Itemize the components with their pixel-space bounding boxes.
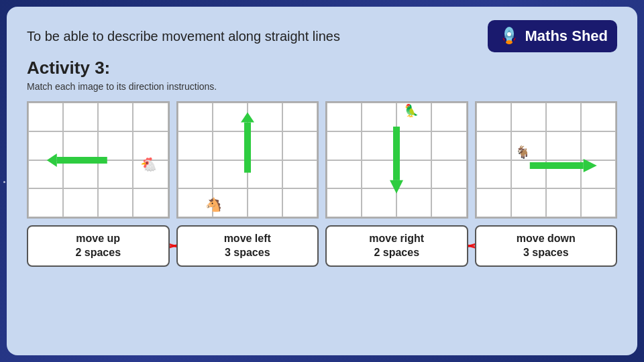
page-title: To be able to describe movement along st… <box>27 29 340 44</box>
cell <box>98 103 133 131</box>
cell <box>98 188 133 217</box>
labels-cross-area: move up 2 spaces move left 3 spaces move… <box>27 225 617 267</box>
svg-marker-5 <box>502 38 504 42</box>
cell <box>248 103 282 131</box>
label-line2: 3 spaces <box>180 246 315 260</box>
cell <box>362 188 396 217</box>
cell <box>476 188 511 217</box>
cell <box>476 103 511 131</box>
grid-3 <box>327 103 467 217</box>
cell <box>133 188 168 217</box>
cell <box>546 103 581 131</box>
cell <box>362 103 396 131</box>
main-card: To be able to describe movement along st… <box>7 7 637 355</box>
cell <box>511 188 546 217</box>
label-line2: 2 spaces <box>31 246 166 260</box>
label-move-up: move up 2 spaces <box>27 225 170 267</box>
label-move-right: move right 2 spaces <box>325 225 468 267</box>
cell <box>396 103 431 131</box>
cell <box>63 188 98 217</box>
cell <box>63 131 98 160</box>
cell <box>133 103 168 131</box>
cell <box>282 160 317 189</box>
cell <box>248 160 282 189</box>
grid-4 <box>476 103 616 217</box>
cell <box>282 131 317 160</box>
cell <box>581 131 616 160</box>
cell <box>581 188 616 217</box>
cell <box>327 131 362 160</box>
cell <box>213 131 248 160</box>
cell <box>362 160 396 189</box>
cell <box>178 103 213 131</box>
cell <box>476 160 511 189</box>
cell <box>213 160 248 189</box>
panel-4: 🐐 <box>475 101 618 219</box>
instruction-text: Match each image to its direction instru… <box>27 81 617 92</box>
cell <box>431 188 466 217</box>
svg-marker-6 <box>514 38 516 42</box>
cell <box>133 160 168 189</box>
cell <box>28 188 63 217</box>
panel-3: 🦜 <box>325 101 468 219</box>
cell <box>178 131 213 160</box>
cell <box>63 103 98 131</box>
grid-1 <box>28 103 168 217</box>
cell <box>581 160 616 189</box>
cell <box>511 160 546 189</box>
activity-label: Activity 3: <box>27 58 617 78</box>
cell <box>327 188 362 217</box>
label-line1: move down <box>479 232 614 246</box>
cell <box>431 131 466 160</box>
panel-1: 🐔 <box>27 101 170 219</box>
maths-shed-logo: Maths Shed <box>488 20 617 52</box>
cell <box>248 131 282 160</box>
cell <box>362 131 396 160</box>
label-line2: 2 spaces <box>329 246 464 260</box>
cell <box>476 131 511 160</box>
header-row: To be able to describe movement along st… <box>27 20 617 52</box>
cell <box>327 103 362 131</box>
label-line2: 3 spaces <box>479 246 614 260</box>
cell <box>396 188 431 217</box>
cell <box>28 131 63 160</box>
cell <box>28 103 63 131</box>
grid-panels-row: 🐔 <box>27 101 617 219</box>
cell <box>248 188 282 217</box>
cell <box>63 160 98 189</box>
cell <box>327 160 362 189</box>
label-move-left: move left 3 spaces <box>176 225 319 267</box>
grid-2 <box>178 103 318 217</box>
content-area: 🐔 <box>27 101 617 267</box>
cell <box>178 188 213 217</box>
cell <box>511 131 546 160</box>
cell <box>213 103 248 131</box>
labels-row: move up 2 spaces move left 3 spaces move… <box>27 225 617 267</box>
cell <box>546 131 581 160</box>
cell <box>396 131 431 160</box>
cell <box>178 160 213 189</box>
cell <box>396 160 431 189</box>
cell <box>581 103 616 131</box>
cell <box>511 103 546 131</box>
cell <box>546 188 581 217</box>
label-line1: move up <box>31 232 166 246</box>
label-line1: move right <box>329 232 464 246</box>
cell <box>431 103 466 131</box>
cell <box>282 188 317 217</box>
cell <box>282 103 317 131</box>
cell <box>546 160 581 189</box>
rocket-icon <box>497 24 521 48</box>
maths-shed-text: Maths Shed <box>525 27 608 45</box>
cell <box>98 160 133 189</box>
label-move-down: move down 3 spaces <box>475 225 618 267</box>
cell <box>28 160 63 189</box>
cell <box>431 160 466 189</box>
panel-2: 🐴 <box>176 101 319 219</box>
label-line1: move left <box>180 232 315 246</box>
cell <box>133 131 168 160</box>
cell <box>213 188 248 217</box>
svg-point-4 <box>507 32 511 36</box>
svg-point-3 <box>506 40 513 44</box>
cell <box>98 131 133 160</box>
